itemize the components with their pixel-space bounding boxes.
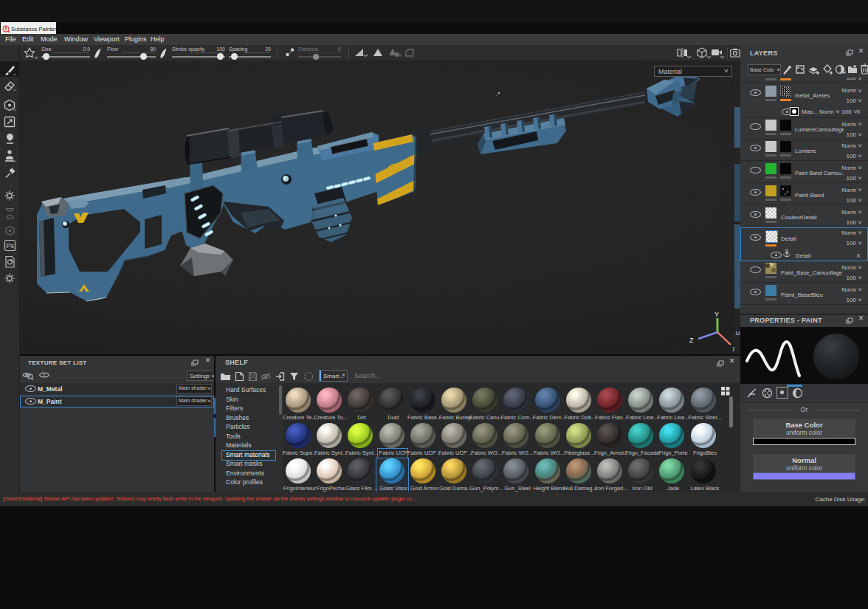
svg-text:Z: Z — [689, 337, 694, 344]
svg-text:1: 1 — [43, 372, 46, 379]
svg-text:Y: Y — [714, 311, 719, 318]
svg-text:Ps: Ps — [7, 242, 15, 250]
